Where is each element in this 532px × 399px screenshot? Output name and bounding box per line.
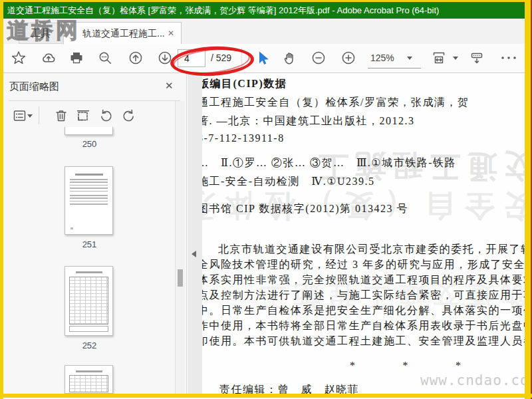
scroll-mode-icon[interactable] bbox=[469, 49, 485, 66]
acrobat-window: 道交通工程施工安全自（复）检体系 [罗富荣，张成满，贺少辉 等编著] 2012年… bbox=[0, 0, 532, 399]
cip-heading: 版编目(CIP)数据 bbox=[202, 77, 287, 91]
thumbnail-label-252: 252 bbox=[65, 340, 114, 350]
cip-line: 通工程施工安全自（复）检体系/罗富荣，张成满，贺 bbox=[202, 96, 469, 110]
zoom-level-value[interactable]: 125% bbox=[370, 53, 394, 63]
cip-line: … Ⅱ.①罗… ②张… ③贺… Ⅲ.①城市铁路-铁路 bbox=[202, 156, 456, 170]
chevron-down-icon[interactable] bbox=[453, 57, 458, 60]
body-line: 体系实用性非常强，完全按照轨道交通工程项目的程序及具体要求对每 bbox=[202, 273, 531, 287]
thumbnail-label-251: 251 bbox=[65, 239, 114, 249]
thumb-table-grid bbox=[69, 375, 108, 392]
frame-border bbox=[0, 0, 532, 2]
tab-strip: 工具 轨道交通工程施工... ✕ bbox=[3, 19, 525, 44]
more-tools-button[interactable] bbox=[498, 49, 519, 66]
crop-pages-icon[interactable] bbox=[74, 106, 92, 125]
rotate-counterclockwise-button[interactable] bbox=[98, 106, 115, 125]
thumbnails-panel: 页面缩略图 ✕ bbox=[3, 73, 187, 394]
delete-pages-button[interactable] bbox=[53, 106, 70, 125]
main-toolbar: / 529 125% bbox=[3, 44, 525, 73]
body-line: 作中使用，本书特将全部日常生产自检体系用表收录于书后光盘中，读者 bbox=[202, 319, 531, 333]
editors-line: 责任编辑：曾 威 赵晓菲 bbox=[219, 383, 359, 394]
thumb-table-title-line bbox=[76, 271, 102, 273]
page-up-button[interactable] bbox=[128, 49, 144, 66]
body-line: 中。日常生产自检体系是把安全生产细化分解、具体落实的一项创新。为 bbox=[202, 304, 531, 318]
chevron-down-icon[interactable] bbox=[27, 114, 33, 118]
thumbnail-page-253[interactable] bbox=[65, 365, 113, 394]
tab-close-icon[interactable]: ✕ bbox=[168, 23, 174, 44]
search-icon[interactable] bbox=[97, 49, 113, 66]
rotate-clockwise-button[interactable] bbox=[120, 106, 137, 125]
isbn-line: 8-7-112-13911-8 bbox=[202, 132, 285, 144]
frame-border bbox=[525, 0, 531, 399]
body-line: 印使用。本书可供轨道交通工程土建施工、安全管理及监理人员参考使用 bbox=[202, 334, 531, 348]
hand-tool-icon[interactable] bbox=[282, 49, 298, 66]
fit-width-icon[interactable] bbox=[431, 49, 447, 66]
zoom-in-button[interactable] bbox=[340, 49, 356, 66]
panel-title: 页面缩略图 bbox=[9, 80, 59, 93]
panel-close-icon[interactable]: ✕ bbox=[165, 80, 174, 92]
chevron-down-icon[interactable] bbox=[407, 57, 412, 60]
tab-document-label: 轨道交通工程施工... bbox=[82, 28, 165, 39]
star-icon[interactable] bbox=[11, 49, 27, 66]
body-line: 点及控制方法进行了阐述，与施工实际结合紧密，可直接应用于项目施 bbox=[202, 289, 531, 303]
body-line: 全风险技术管理的研究，经过 3 年多的研究与应用，形成了安全风险技术 bbox=[202, 258, 531, 272]
window-title: 道交通工程施工安全自（复）检体系 [罗富荣，张成满，贺少辉 等编著] 2012年… bbox=[7, 5, 439, 15]
thumb-heading-line bbox=[75, 174, 103, 176]
window-titlebar: 道交通工程施工安全自（复）检体系 [罗富荣，张成满，贺少辉 等编著] 2012年… bbox=[3, 2, 525, 19]
cip-line: 施工-安全-自动检测 Ⅳ.①U239.5 bbox=[202, 175, 375, 189]
thumbnail-label-250: 250 bbox=[65, 139, 114, 149]
thumb-page-number-mark bbox=[70, 227, 73, 229]
thumb-paragraph-lines bbox=[70, 179, 108, 192]
body-line: 北京市轨道交通建设有限公司受北京市建委的委托，开展了轨道交 bbox=[218, 243, 531, 257]
print-icon[interactable] bbox=[68, 49, 84, 66]
zoom-out-button[interactable] bbox=[311, 49, 327, 66]
panel-divider bbox=[9, 100, 180, 101]
thumb-table-footer bbox=[69, 326, 108, 332]
thumb-table-title-line bbox=[76, 370, 102, 372]
scrollbar-thumb[interactable] bbox=[178, 269, 183, 287]
frame-border bbox=[0, 0, 3, 399]
site-watermark: www.cndao.com bbox=[420, 372, 531, 388]
panel-toolbar-separator bbox=[39, 106, 39, 124]
thumbnail-page-252[interactable] bbox=[65, 266, 113, 336]
collapse-panel-icon[interactable] bbox=[192, 251, 196, 257]
select-tool-icon[interactable] bbox=[255, 49, 271, 66]
thumbnail-options-button[interactable] bbox=[11, 106, 29, 125]
cip-line: 著. —北京：中国建筑工业出版社，2012.3 bbox=[202, 114, 415, 128]
main-area: 页面缩略图 ✕ bbox=[3, 73, 531, 394]
zoom-dropdown-underline bbox=[368, 68, 421, 68]
frame-border bbox=[0, 394, 532, 398]
cip-record-line: 图书馆 CIP 数据核字(2012)第 013423 号 bbox=[202, 202, 408, 216]
corner-logo-watermark: 道桥网 bbox=[7, 16, 80, 46]
tab-document[interactable]: 轨道交通工程施工... ✕ bbox=[63, 22, 182, 45]
document-page[interactable]: 交通工程施工 安全自（复）检体系 轨道交通工程施工 版编目(CIP)数据 通工程… bbox=[202, 73, 531, 394]
thumbnail-scrollbar[interactable] bbox=[175, 101, 185, 394]
thumb-paragraph-lines bbox=[70, 195, 108, 205]
thumbnail-page-251[interactable] bbox=[65, 166, 113, 235]
panel-splitter[interactable] bbox=[188, 73, 202, 394]
cloud-upload-icon[interactable] bbox=[41, 49, 57, 66]
thumb-table-grid bbox=[69, 277, 108, 325]
asterisk-divider: * * * bbox=[350, 359, 462, 373]
thumbnail-page-250[interactable] bbox=[65, 127, 113, 135]
